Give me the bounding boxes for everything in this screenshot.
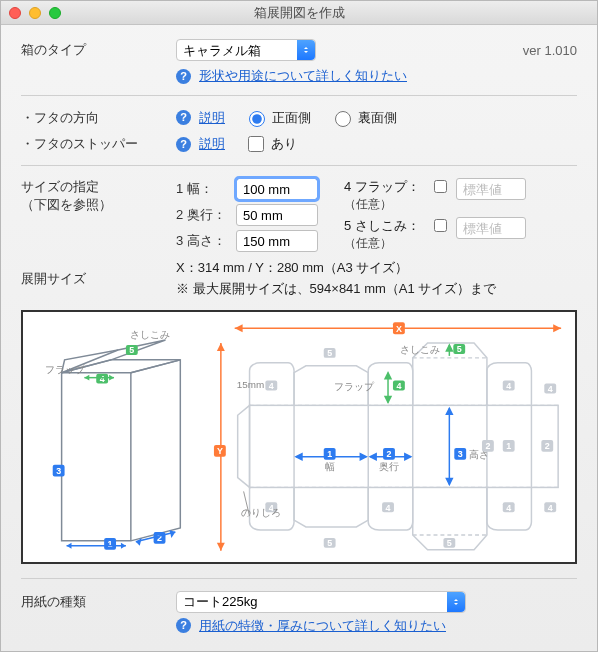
direction-explain-link[interactable]: 説明: [199, 109, 225, 127]
svg-text:4: 4: [506, 380, 511, 390]
svg-text:5: 5: [327, 538, 332, 548]
svg-text:5: 5: [447, 538, 452, 548]
tuck-input: [456, 217, 526, 239]
svg-marker-30: [217, 542, 225, 550]
svg-text:幅: 幅: [325, 460, 335, 471]
checkbox-input[interactable]: [248, 136, 264, 152]
svg-text:4: 4: [100, 374, 105, 384]
width-input[interactable]: [236, 178, 318, 200]
box-type-label: 箱のタイプ: [21, 41, 176, 59]
flap-input: [456, 178, 526, 200]
help-icon[interactable]: ?: [176, 618, 191, 633]
svg-text:3: 3: [458, 449, 463, 459]
svg-marker-10: [109, 374, 114, 380]
svg-text:2: 2: [545, 441, 550, 451]
window-title: 箱展開図を作成: [1, 4, 597, 22]
svg-marker-47: [370, 453, 376, 459]
svg-marker-62: [385, 372, 391, 378]
width-label: 1 幅：: [176, 180, 236, 198]
svg-text:5: 5: [129, 345, 134, 355]
lid-front-radio[interactable]: 正面側: [244, 108, 311, 127]
svg-text:4: 4: [269, 380, 274, 390]
titlebar: 箱展開図を作成: [1, 1, 597, 25]
svg-marker-25: [553, 324, 561, 332]
svg-marker-50: [446, 408, 452, 414]
dialog-window: 箱展開図を作成 箱のタイプ キャラメル箱 ver 1.010 ?: [0, 0, 598, 652]
svg-text:フラップ: フラップ: [45, 363, 86, 374]
size-label: サイズの指定: [21, 178, 176, 196]
svg-text:さしこみ: さしこみ: [130, 329, 170, 340]
expand-size-text: X：314 mm / Y：280 mm（A3 サイズ）: [176, 258, 577, 279]
height-input[interactable]: [236, 230, 318, 252]
depth-label: 2 奥行：: [176, 206, 236, 224]
expand-size-note: ※ 最大展開サイズは、594×841 mm（A1 サイズ）まで: [176, 279, 577, 300]
svg-marker-51: [446, 478, 452, 484]
svg-marker-17: [121, 542, 126, 548]
divider: [21, 578, 577, 579]
paper-type-select[interactable]: コート225kg: [176, 591, 466, 613]
svg-marker-24: [235, 324, 243, 332]
lid-direction-label: ・フタの方向: [21, 109, 176, 127]
svg-text:フラップ: フラップ: [334, 380, 375, 391]
radio-label: 正面側: [272, 109, 311, 127]
svg-text:5: 5: [457, 344, 462, 354]
checkbox-label: あり: [271, 135, 297, 153]
svg-marker-45: [360, 453, 366, 459]
box-type-select[interactable]: キャラメル箱: [176, 39, 316, 61]
tuck-checkbox[interactable]: [434, 219, 447, 232]
depth-input[interactable]: [236, 204, 318, 226]
svg-text:2: 2: [387, 449, 392, 459]
radio-input[interactable]: [249, 111, 265, 127]
svg-marker-48: [405, 453, 411, 459]
svg-text:5: 5: [327, 348, 332, 358]
optional-text: （任意）: [344, 197, 392, 211]
flap-checkbox[interactable]: [434, 180, 447, 193]
svg-text:4: 4: [548, 502, 553, 512]
svg-text:4: 4: [396, 380, 401, 390]
stopper-checkbox[interactable]: あり: [244, 133, 297, 155]
svg-text:4: 4: [548, 383, 553, 393]
svg-marker-29: [217, 343, 225, 351]
paper-help-link[interactable]: 用紙の特徴・厚みについて詳しく知りたい: [199, 617, 446, 635]
help-icon[interactable]: ?: [176, 69, 191, 84]
divider: [21, 95, 577, 96]
expand-size-label: 展開サイズ: [21, 270, 176, 288]
radio-input[interactable]: [335, 111, 351, 127]
svg-text:奥行: 奥行: [379, 460, 399, 471]
diagram-area: さしこみ 5 フラップ 4 3 1 2: [21, 310, 577, 564]
stopper-explain-link[interactable]: 説明: [199, 135, 225, 153]
svg-text:4: 4: [506, 502, 511, 512]
version-text: ver 1.010: [523, 43, 577, 58]
size-sublabel: （下図を参照）: [21, 196, 176, 214]
svg-text:Y: Y: [217, 446, 223, 456]
lid-stopper-label: ・フタのストッパー: [21, 135, 176, 153]
help-icon[interactable]: ?: [176, 110, 191, 125]
paper-label: 用紙の種類: [21, 593, 176, 611]
svg-text:1: 1: [108, 539, 113, 549]
radio-label: 裏面側: [358, 109, 397, 127]
svg-text:1: 1: [506, 441, 511, 451]
svg-text:1: 1: [327, 449, 332, 459]
svg-text:X: X: [396, 323, 402, 333]
height-label: 3 高さ：: [176, 232, 236, 250]
svg-text:さしこみ: さしこみ: [400, 344, 440, 355]
flap-label: 4 フラップ：: [344, 179, 420, 194]
divider: [21, 165, 577, 166]
shape-help-link[interactable]: 形状や用途について詳しく知りたい: [199, 67, 407, 85]
svg-marker-16: [67, 542, 72, 548]
svg-text:15mm: 15mm: [237, 378, 264, 389]
svg-text:2: 2: [485, 441, 490, 451]
lid-back-radio[interactable]: 裏面側: [330, 108, 397, 127]
tuck-label: 5 さしこみ：: [344, 218, 420, 233]
svg-marker-44: [296, 453, 302, 459]
help-icon[interactable]: ?: [176, 137, 191, 152]
svg-marker-9: [84, 374, 89, 380]
svg-marker-63: [385, 396, 391, 402]
optional-text: （任意）: [344, 236, 392, 250]
svg-text:4: 4: [386, 502, 391, 512]
svg-text:3: 3: [56, 466, 61, 476]
